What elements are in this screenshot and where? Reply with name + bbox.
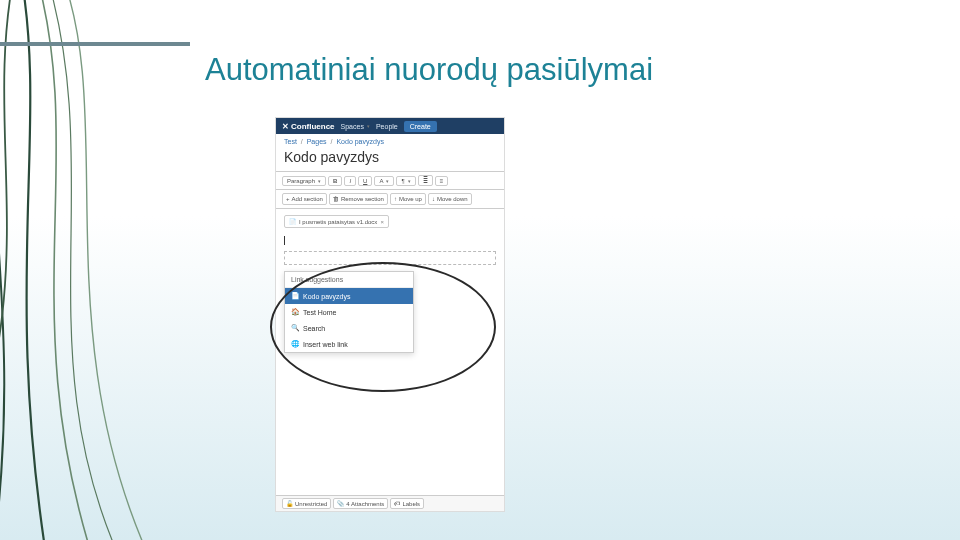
confluence-screenshot: ✕ Confluence Spaces People Create Test /… [275, 117, 505, 512]
format-toolbar: Paragraph B I U A ¶ ≣ ≡ [276, 172, 504, 190]
nav-spaces[interactable]: Spaces [341, 123, 370, 130]
suggestion-label: Test Home [303, 309, 336, 316]
underline-button[interactable]: U [358, 176, 372, 186]
move-down-button[interactable]: ↓ Move down [428, 193, 472, 205]
attachment-chip[interactable]: 📄 I pusmetis pataisytas v1.docx × [284, 215, 389, 228]
suggestion-label: Search [303, 325, 325, 332]
suggestion-label: Kodo pavyzdys [303, 293, 350, 300]
breadcrumb-current[interactable]: Kodo pavyzdys [336, 138, 383, 145]
nav-people[interactable]: People [376, 123, 398, 130]
app-topbar: ✕ Confluence Spaces People Create [276, 118, 504, 134]
file-icon: 📄 [289, 218, 296, 225]
breadcrumb-space[interactable]: Test [284, 138, 297, 145]
arrow-up-icon: ↑ [394, 196, 397, 202]
popup-header: Link suggestions [285, 272, 413, 288]
file-chip-label: I pusmetis pataisytas v1.docx [299, 219, 377, 225]
product-name: Confluence [291, 122, 335, 131]
restrictions-button[interactable]: 🔓 Unrestricted [282, 498, 331, 509]
suggestion-item-search[interactable]: 🔍 Search [285, 320, 413, 336]
globe-icon: 🌐 [291, 340, 299, 348]
text-caret [284, 236, 496, 245]
suggestion-label: Insert web link [303, 341, 348, 348]
search-icon: 🔍 [291, 324, 299, 332]
text-color-button[interactable]: A [374, 176, 394, 186]
breadcrumb-sep: / [301, 138, 303, 145]
bold-button[interactable]: B [328, 176, 342, 186]
bullet-list-button[interactable]: ≣ [418, 175, 433, 186]
title-rule [0, 42, 190, 46]
drop-region[interactable] [284, 251, 496, 265]
italic-button[interactable]: I [344, 176, 356, 186]
plus-icon: + [286, 196, 290, 202]
remove-chip-icon[interactable]: × [380, 219, 384, 225]
suggestion-item-weblink[interactable]: 🌐 Insert web link [285, 336, 413, 352]
create-button[interactable]: Create [404, 121, 437, 132]
numbered-list-button[interactable]: ≡ [435, 176, 449, 186]
suggestion-item-home[interactable]: 🏠 Test Home [285, 304, 413, 320]
link-suggestions-popup: Link suggestions 📄 Kodo pavyzdys 🏠 Test … [284, 271, 414, 353]
page-icon: 📄 [291, 292, 299, 300]
breadcrumb-pages[interactable]: Pages [307, 138, 327, 145]
add-section-button[interactable]: + Add section [282, 193, 327, 205]
add-section-label: Add section [292, 196, 323, 202]
move-up-button[interactable]: ↑ Move up [390, 193, 426, 205]
slide-title: Automatiniai nuorodų pasiūlymai [205, 52, 653, 88]
restrictions-label: Unrestricted [295, 501, 327, 507]
trash-icon: 🗑 [333, 196, 339, 202]
labels-label: Labels [402, 501, 420, 507]
move-down-label: Move down [437, 196, 468, 202]
suggestion-item-page[interactable]: 📄 Kodo pavyzdys [285, 288, 413, 304]
remove-section-button[interactable]: 🗑 Remove section [329, 193, 388, 205]
breadcrumb-sep: / [331, 138, 333, 145]
breadcrumb: Test / Pages / Kodo pavyzdys [276, 134, 504, 149]
attachments-button[interactable]: 📎 4 Attachments [333, 498, 388, 509]
labels-button[interactable]: 🏷 Labels [390, 498, 424, 509]
wiki-icon: ✕ [282, 122, 289, 131]
more-format-button[interactable]: ¶ [396, 176, 415, 186]
tag-icon: 🏷 [394, 501, 400, 507]
confluence-logo[interactable]: ✕ Confluence [282, 122, 335, 131]
attachments-label: 4 Attachments [346, 501, 384, 507]
editor-body[interactable]: 📄 I pusmetis pataisytas v1.docx × [276, 209, 504, 245]
move-up-label: Move up [399, 196, 422, 202]
editor-footer: 🔓 Unrestricted 📎 4 Attachments 🏷 Labels [276, 495, 504, 511]
page-title: Kodo pavyzdys [276, 149, 504, 172]
section-toolbar: + Add section 🗑 Remove section ↑ Move up… [276, 190, 504, 209]
arrow-down-icon: ↓ [432, 196, 435, 202]
lock-icon: 🔓 [286, 500, 293, 507]
paperclip-icon: 📎 [337, 500, 344, 507]
home-icon: 🏠 [291, 308, 299, 316]
paragraph-dropdown[interactable]: Paragraph [282, 176, 326, 186]
remove-section-label: Remove section [341, 196, 384, 202]
